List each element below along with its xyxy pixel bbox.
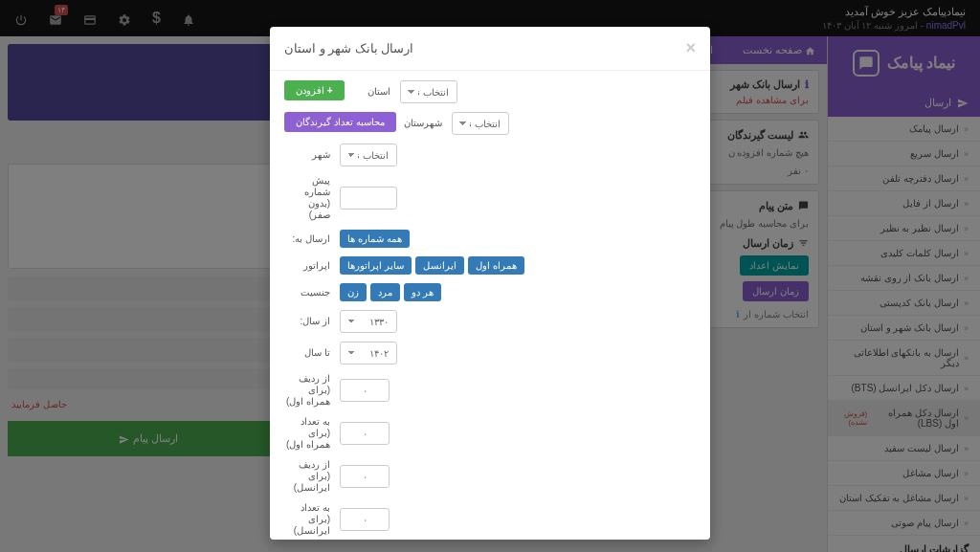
select-county[interactable]: انتخاب نما: [452, 112, 509, 135]
btn-modal-add[interactable]: + افزودن: [284, 80, 345, 100]
pill-operator-2[interactable]: سایر اپراتورها: [340, 256, 412, 275]
modal: × ارسال بانک شهر و استان + افزودن محاسبه…: [270, 27, 710, 540]
pill-all-numbers[interactable]: همه شماره ها: [340, 230, 410, 248]
pill-operator-1[interactable]: ایرانسل: [415, 256, 464, 275]
close-icon[interactable]: ×: [685, 38, 696, 58]
select-province[interactable]: انتخاب نما: [400, 80, 457, 103]
pill-gender-2[interactable]: زن: [340, 283, 367, 301]
pill-gender-0[interactable]: هر دو: [404, 283, 441, 301]
input-to-count-ir[interactable]: [340, 508, 390, 531]
select-city[interactable]: انتخاب نما: [340, 144, 397, 166]
input-from-row-h1[interactable]: [340, 379, 390, 402]
select-from-year[interactable]: ۱۳۳۰: [340, 310, 397, 333]
input-prefix[interactable]: [340, 187, 397, 210]
select-to-year[interactable]: ۱۴۰۲: [340, 342, 397, 364]
pill-operator-0[interactable]: همراه اول: [468, 256, 524, 275]
input-from-row-ir[interactable]: [340, 465, 390, 488]
pill-gender-1[interactable]: مرد: [370, 283, 400, 301]
modal-title: ارسال بانک شهر و استان: [284, 41, 413, 55]
input-to-count-h1[interactable]: [340, 422, 390, 445]
btn-modal-calc[interactable]: محاسبه تعداد گیرندگان: [284, 112, 396, 132]
